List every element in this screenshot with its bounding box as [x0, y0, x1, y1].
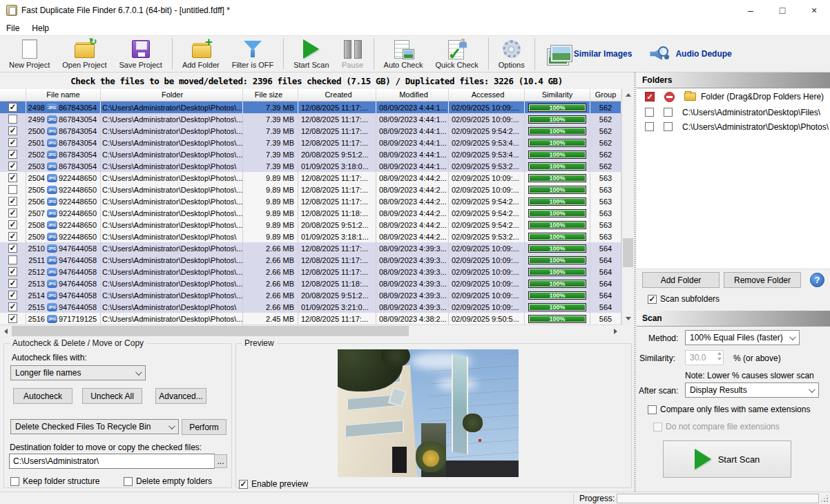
row-checkbox[interactable] [8, 162, 17, 171]
browse-button[interactable]: ... [214, 454, 227, 468]
column-header-folder[interactable]: Folder [101, 89, 243, 101]
save-project-button[interactable]: Save Project [113, 37, 168, 71]
table-row[interactable]: 2510JPG947644058C:\Users\Administrator\D… [0, 242, 621, 254]
add-folder-button[interactable]: Add Folder [176, 37, 226, 71]
row-checkbox[interactable] [8, 138, 17, 147]
maximize-button[interactable]: □ [766, 0, 798, 21]
column-header-created[interactable]: Created [298, 89, 376, 101]
column-header-modified[interactable]: Modified [376, 89, 449, 101]
row-checkbox[interactable] [8, 150, 17, 159]
table-row[interactable]: 2513JPG947644058C:\Users\Administrator\D… [0, 278, 621, 289]
row-checkbox[interactable] [8, 314, 17, 323]
row-checkbox[interactable] [8, 115, 17, 124]
exclude-folder-checkbox[interactable] [664, 122, 673, 131]
check-all-folders-checkbox[interactable] [645, 92, 655, 101]
row-checkbox[interactable] [8, 103, 17, 112]
menu-file[interactable]: File [0, 21, 26, 35]
minimize-button[interactable]: – [735, 0, 766, 21]
row-checkbox[interactable] [8, 255, 17, 264]
horizontal-scrollbar[interactable] [0, 324, 621, 336]
options-button[interactable]: Options [492, 37, 531, 71]
compare-same-ext-checkbox[interactable] [648, 405, 657, 414]
similarity-spinner[interactable]: 30.0 [685, 350, 724, 365]
remove-folder-button[interactable]: Remove Folder [724, 272, 801, 288]
table-row[interactable]: 2515JPG947644058C:\Users\Administrator\D… [0, 301, 621, 313]
row-checkbox[interactable] [8, 302, 17, 311]
column-header-file-name[interactable]: File name [26, 89, 101, 101]
perform-button[interactable]: Perform [182, 419, 226, 435]
enable-preview-checkbox[interactable] [239, 480, 248, 489]
vertical-scrollbar[interactable] [621, 89, 633, 324]
table-row[interactable]: 2498JPG867843054C:\Users\Administrator\D… [0, 101, 621, 113]
advanced-button[interactable]: Advanced... [155, 388, 206, 404]
table-row[interactable]: 2509JPG922448650C:\Users\Administrator\D… [0, 231, 621, 242]
table-row[interactable]: 2501JPG867843054C:\Users\Administrator\D… [0, 137, 621, 148]
scroll-left-button[interactable] [0, 325, 12, 337]
row-checkbox[interactable] [8, 279, 17, 288]
close-button[interactable]: × [798, 0, 830, 21]
scan-subfolders-checkbox[interactable] [648, 295, 657, 304]
similar-images-button[interactable]: Similar Images [539, 37, 641, 71]
delete-empty-folders-checkbox[interactable] [124, 477, 133, 486]
column-header-group[interactable]: Group [590, 89, 621, 101]
audio-dedupe-button[interactable]: Audio Dedupe [640, 37, 740, 71]
column-header-checkbox[interactable] [0, 89, 26, 101]
quick-check-button[interactable]: Quick Check [429, 37, 484, 71]
action-dropdown[interactable]: Delete Checked Files To Recycle Bin [10, 419, 179, 434]
row-checkbox[interactable] [8, 267, 17, 276]
uncheck-all-button[interactable]: Uncheck All [82, 388, 142, 404]
keep-folder-structure-checkbox[interactable] [10, 477, 19, 486]
menu-help[interactable]: Help [26, 21, 55, 35]
folder-list-item[interactable]: C:\Users\Administrator\Desktop\Files\ [637, 105, 830, 119]
column-header-accessed[interactable]: Accessed [449, 89, 525, 101]
destination-input[interactable] [9, 454, 215, 469]
row-checkbox[interactable] [8, 232, 17, 241]
start-scan-button[interactable]: Start Scan [287, 37, 335, 71]
open-project-button[interactable]: Open Project [56, 37, 113, 71]
row-checkbox[interactable] [8, 197, 17, 206]
table-row[interactable]: 2504JPG922448650C:\Users\Administrator\D… [0, 172, 621, 184]
autocheck-with-dropdown[interactable]: Longer file names [10, 365, 146, 380]
method-dropdown[interactable]: 100% Equal Files (faster) [685, 330, 800, 345]
scroll-up-button[interactable] [622, 89, 634, 101]
table-row[interactable]: 2514JPG947644058C:\Users\Administrator\D… [0, 289, 621, 301]
folder-list-item[interactable]: C:\Users\Administrator\Desktop\Photos\ [637, 119, 830, 134]
table-row[interactable]: 2512JPG947644058C:\Users\Administrator\D… [0, 266, 621, 278]
autocheck-button[interactable]: Autocheck [13, 388, 73, 404]
table-row[interactable]: 2499JPG867843054C:\Users\Administrator\D… [0, 113, 621, 125]
row-checkbox[interactable] [8, 244, 17, 253]
table-row[interactable]: 2516JPG971719125C:\Users\Administrator\D… [0, 313, 621, 324]
column-header-similarity[interactable]: Similarity [525, 89, 590, 101]
table-row[interactable]: 2506JPG922448650C:\Users\Administrator\D… [0, 195, 621, 207]
table-row[interactable]: 2508JPG922448650C:\Users\Administrator\D… [0, 219, 621, 231]
horizontal-scroll-thumb[interactable] [12, 326, 409, 336]
exclude-folder-checkbox[interactable] [664, 108, 673, 117]
scroll-right-button[interactable] [610, 325, 621, 337]
row-checkbox[interactable] [8, 173, 17, 182]
spinner-arrows-icon[interactable] [717, 352, 722, 360]
table-row[interactable]: 2500JPG867843054C:\Users\Administrator\D… [0, 125, 621, 137]
include-folder-checkbox[interactable] [645, 108, 654, 117]
row-checkbox[interactable] [8, 220, 17, 229]
row-checkbox[interactable] [8, 209, 17, 217]
scroll-down-button[interactable] [622, 313, 634, 324]
table-row[interactable]: 2503JPG867843054C:\Users\Administrator\D… [0, 160, 621, 172]
vertical-scroll-thumb[interactable] [623, 238, 633, 267]
row-checkbox[interactable] [8, 126, 17, 135]
resize-grip-icon[interactable] [821, 495, 828, 502]
table-row[interactable]: 2507JPG922448650C:\Users\Administrator\D… [0, 207, 621, 219]
table-row[interactable]: 2511JPG947644058C:\Users\Administrator\D… [0, 254, 621, 266]
table-row[interactable]: 2505JPG922448650C:\Users\Administrator\D… [0, 184, 621, 195]
new-project-button[interactable]: New Project [3, 37, 56, 71]
filter-is-off-button[interactable]: Filter is OFF [226, 37, 280, 71]
start-scan-main-button[interactable]: Start Scan [663, 440, 791, 478]
auto-check-button[interactable]: Auto Check [378, 37, 430, 71]
after-scan-dropdown[interactable]: Display Results [685, 382, 819, 398]
row-checkbox[interactable] [8, 291, 17, 300]
add-folder-button[interactable]: Add Folder [642, 272, 720, 288]
include-folder-checkbox[interactable] [645, 122, 654, 131]
column-header-file-size[interactable]: File size [243, 89, 298, 101]
help-button[interactable]: ? [810, 273, 824, 287]
table-row[interactable]: 2502JPG867843054C:\Users\Administrator\D… [0, 148, 621, 160]
row-checkbox[interactable] [8, 185, 17, 194]
